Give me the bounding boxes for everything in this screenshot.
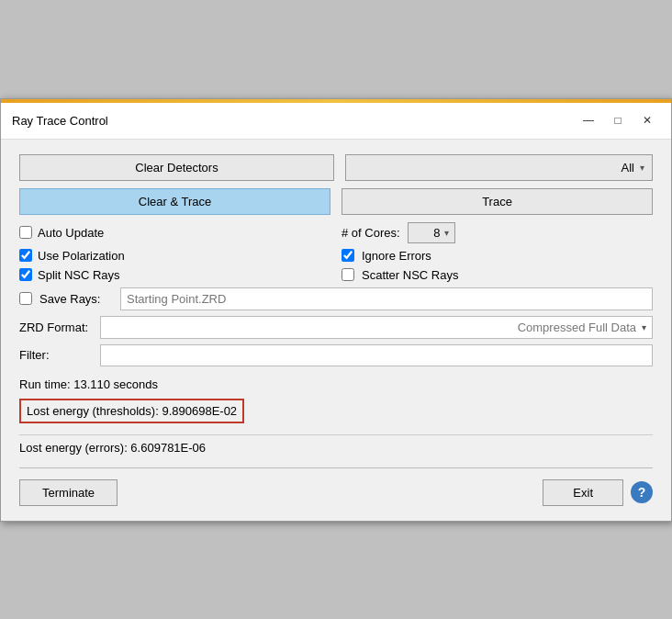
options-row-1: Auto Update # of Cores: 8 ▾ xyxy=(19,222,653,243)
zrd-format-chevron-icon: ▾ xyxy=(642,322,646,332)
clear-detectors-button[interactable]: Clear Detectors xyxy=(19,154,334,181)
split-nsc-option: Split NSC Rays xyxy=(19,268,330,282)
all-dropdown[interactable]: All ▾ xyxy=(345,154,653,181)
cores-dropdown[interactable]: 8 ▾ xyxy=(408,222,455,243)
ignore-errors-option: Ignore Errors xyxy=(342,249,653,263)
divider xyxy=(19,467,653,468)
close-button[interactable]: ✕ xyxy=(634,111,660,129)
scatter-nsc-option: Scatter NSC Rays xyxy=(342,268,653,282)
ignore-errors-checkbox[interactable] xyxy=(342,249,354,262)
scatter-nsc-checkbox[interactable] xyxy=(342,268,354,281)
cores-option: # of Cores: 8 ▾ xyxy=(342,222,653,243)
options-row-3: Split NSC Rays Scatter NSC Rays xyxy=(19,268,653,282)
zrd-format-label: ZRD Format: xyxy=(19,321,93,334)
exit-button[interactable]: Exit xyxy=(543,479,623,506)
clear-and-trace-button[interactable]: Clear & Trace xyxy=(19,188,330,215)
filter-row: Filter: xyxy=(19,344,653,366)
auto-update-checkbox[interactable] xyxy=(19,226,32,239)
num-cores-label: # of Cores: xyxy=(342,226,400,240)
zrd-format-row: ZRD Format: Compressed Full Data ▾ xyxy=(19,316,653,339)
info-section: Run time: 13.110 seconds Lost energy (th… xyxy=(19,376,653,429)
save-rays-label: Save Rays: xyxy=(39,292,113,306)
lost-energy-thresholds-text: Lost energy (thresholds): 9.890698E-02 xyxy=(19,399,244,423)
zrd-format-value: Compressed Full Data xyxy=(518,321,636,334)
cores-value: 8 xyxy=(433,226,440,240)
bottom-left: Terminate xyxy=(19,479,535,506)
ignore-errors-label: Ignore Errors xyxy=(362,249,431,263)
filter-label: Filter: xyxy=(19,348,93,362)
save-rays-checkbox[interactable] xyxy=(19,292,32,305)
bottom-row: Terminate Exit ? xyxy=(19,479,653,506)
split-nsc-label: Split NSC Rays xyxy=(38,268,120,282)
zrd-format-dropdown[interactable]: Compressed Full Data ▾ xyxy=(100,316,653,339)
content-area: Clear Detectors All ▾ Clear & Trace Trac… xyxy=(1,140,671,521)
split-nsc-checkbox[interactable] xyxy=(19,268,32,281)
use-polarization-option: Use Polarization xyxy=(19,249,330,263)
maximize-button[interactable]: □ xyxy=(605,111,631,129)
window-title: Ray Trace Control xyxy=(12,114,108,128)
all-chevron-icon: ▾ xyxy=(640,163,644,173)
options-row-2: Use Polarization Ignore Errors xyxy=(19,249,653,263)
minimize-button[interactable]: — xyxy=(576,111,601,129)
filter-input[interactable] xyxy=(100,344,653,366)
run-time-text: Run time: 13.110 seconds xyxy=(19,376,653,393)
save-rays-row: Save Rays: xyxy=(19,287,653,310)
scatter-nsc-label: Scatter NSC Rays xyxy=(362,268,458,282)
title-bar-controls: — □ ✕ xyxy=(576,111,660,129)
auto-update-option: Auto Update xyxy=(19,226,330,240)
terminate-button[interactable]: Terminate xyxy=(19,479,118,506)
lost-energy-errors-text: Lost energy (errors): 6.609781E-06 xyxy=(19,434,653,456)
use-polarization-checkbox[interactable] xyxy=(19,249,32,262)
trace-button[interactable]: Trace xyxy=(342,188,653,215)
main-window: Ray Trace Control — □ ✕ Clear Detectors … xyxy=(0,98,672,522)
use-polarization-label: Use Polarization xyxy=(38,249,125,263)
button-row-2: Clear & Trace Trace xyxy=(19,188,653,215)
button-row-1: Clear Detectors All ▾ xyxy=(19,154,653,181)
auto-update-label: Auto Update xyxy=(38,226,104,240)
help-button[interactable]: ? xyxy=(631,481,653,503)
save-rays-input[interactable] xyxy=(120,287,653,310)
title-bar-left: Ray Trace Control xyxy=(12,114,108,128)
title-bar: Ray Trace Control — □ ✕ xyxy=(1,103,671,140)
cores-chevron-icon: ▾ xyxy=(444,228,449,238)
all-label: All xyxy=(622,161,634,174)
